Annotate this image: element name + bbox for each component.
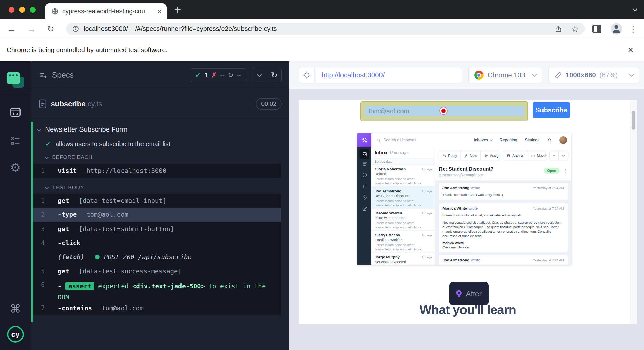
sidebar-spam-icon[interactable]: [357, 195, 371, 200]
next-email-button[interactable]: [558, 150, 568, 161]
aut-url-bar[interactable]: http://localhost:3000/: [299, 67, 462, 83]
back-button[interactable]: ←: [7, 24, 16, 34]
run-stats: ✓ 1 ✗ -- ↻ --: [190, 68, 246, 82]
command-get-success-message[interactable]: 5 get [data-test=success-message]: [33, 264, 281, 278]
email-menu-icon[interactable]: ⋮: [563, 168, 568, 173]
email-list: Inbox 12 messages Sort by date Gloria Ro…: [371, 147, 435, 265]
new-tab-button[interactable]: +: [174, 3, 181, 16]
browser-menu-icon[interactable]: ⋮: [629, 24, 637, 34]
nav-inboxes[interactable]: Inboxes: [474, 138, 492, 142]
banner-close-icon[interactable]: ×: [628, 45, 633, 55]
fetch-label: (fetch): [58, 253, 84, 261]
tab-search-chevron-icon[interactable]: [633, 8, 637, 11]
browser-tab[interactable]: cypress-realworld-testing-cou ×: [45, 3, 167, 19]
status-badge[interactable]: Open: [544, 168, 560, 174]
viewport-selector[interactable]: 1000x660 (67%): [548, 67, 639, 83]
reload-button[interactable]: ↻: [47, 25, 54, 33]
side-panel-icon[interactable]: [592, 25, 601, 33]
minimize-window-button[interactable]: [19, 7, 25, 13]
email-time: 1d ago: [422, 167, 432, 171]
command-number: 2: [33, 211, 53, 218]
message-author: Joe Armstrong: [442, 186, 469, 190]
spec-file-name: subscribe: [51, 100, 86, 108]
inboxes-chevron-icon: [490, 138, 492, 141]
email-list-item-selected[interactable]: Joe Armstrong1d ago Re: Student Discount…: [371, 187, 435, 209]
aut-scrollbar[interactable]: [630, 100, 637, 324]
email-subject: Re: Student Discount?: [375, 194, 432, 198]
page-info-icon[interactable]: [72, 25, 79, 32]
sidebar-contacts-icon[interactable]: [357, 172, 371, 178]
email-list-item[interactable]: Gloria Robertson1d ago Refund Lorem ipsu…: [371, 165, 435, 187]
rerun-tests-button[interactable]: ↻: [267, 68, 281, 82]
cypress-cy-logo[interactable]: cy: [0, 326, 31, 343]
browser-selector[interactable]: Chrome 103: [468, 67, 542, 83]
sort-by-date[interactable]: Sort by date: [371, 158, 435, 165]
message-thread: Joe Armstrong wrote Yesterday at 7:24 AM…: [435, 180, 571, 265]
before-each-section[interactable]: BEFORE EACH: [31, 152, 289, 162]
sidebar-compose-icon[interactable]: [357, 206, 371, 211]
command-type-highlighted[interactable]: 2 -type tom@aol.com: [33, 208, 281, 222]
selector-playground-icon[interactable]: [299, 67, 315, 83]
command-get-submit-button[interactable]: 3 get [data-test=submit-button]: [33, 222, 281, 236]
fetch-status: POST 200 /api/subscribe: [104, 253, 191, 261]
active-spec-indicator: [31, 122, 33, 322]
maximize-window-button[interactable]: [30, 7, 36, 13]
sidebar-flag-icon[interactable]: [357, 184, 371, 189]
command-assert[interactable]: 6 - assert expected <div.text-jade-500> …: [33, 278, 281, 301]
email-list-item[interactable]: Jerome Warren1d ago Issue with reporting…: [371, 209, 435, 231]
collapse-all-button[interactable]: [252, 68, 267, 82]
viewport-size: 1000x660: [566, 71, 596, 79]
command-fetch-route[interactable]: (fetch) POST 200 /api/subscribe: [33, 250, 281, 264]
window-controls: [9, 7, 36, 13]
subscribe-button[interactable]: Subscribe: [533, 102, 570, 118]
note-button[interactable]: Note: [460, 150, 481, 161]
command-click[interactable]: 4 -click: [33, 236, 281, 250]
test-row[interactable]: ✓ allows users to subscribe to the email…: [31, 139, 289, 149]
previous-email-button[interactable]: [550, 150, 559, 161]
sidebar-archive-icon[interactable]: [357, 161, 371, 166]
command-visit[interactable]: 1 visit http://localhost:3000: [33, 164, 281, 178]
email-list-item[interactable]: Jorge Murphy1d ago Not what I expected L…: [371, 253, 435, 265]
address-bar[interactable]: localhost:3000/__/#/specs/runner?file=cy…: [66, 23, 585, 35]
reporter-header: Specs ✓ 1 ✗ -- ↻ -- ↻: [31, 61, 289, 89]
user-avatar[interactable]: [559, 136, 567, 144]
automation-banner-text: Chrome is being controlled by automated …: [7, 46, 628, 54]
assign-button[interactable]: Assign: [480, 150, 500, 161]
detail-subject: Re: Student Discount?: [439, 166, 494, 172]
bell-icon[interactable]: [547, 138, 552, 143]
rail-keyboard-shortcuts-icon[interactable]: ⌘: [0, 303, 31, 314]
bookmark-star-icon[interactable]: ☆: [571, 25, 579, 33]
aut-viewport: tom@aol.com Subscribe: [299, 100, 637, 324]
command-number: 3: [33, 226, 53, 233]
list-count: 12 messages: [390, 151, 409, 155]
reply-button[interactable]: Reply: [439, 150, 460, 161]
email-list-item[interactable]: Gladys Mccoy1d ago Email not working Lor…: [371, 231, 435, 253]
suite-row[interactable]: Newsletter Subscribe Form: [31, 124, 289, 135]
command-get-email-input[interactable]: 1 get [data-test=email-input]: [33, 194, 281, 208]
aut-scrollbar-thumb[interactable]: [632, 111, 635, 130]
archive-button[interactable]: Archive: [503, 150, 528, 161]
rail-settings-icon[interactable]: ⚙: [0, 162, 31, 174]
profile-avatar[interactable]: [611, 23, 622, 35]
email-subject: Issue with reporting: [375, 216, 432, 220]
rail-specs-icon[interactable]: [0, 106, 31, 118]
nav-settings[interactable]: Settings: [525, 138, 539, 142]
tab-close-icon[interactable]: ×: [157, 7, 162, 15]
rail-runs-icon[interactable]: [0, 135, 31, 146]
search-input[interactable]: Search all inboxes: [383, 138, 416, 142]
sidebar-inbox-icon[interactable]: [359, 149, 369, 159]
nav-reporting[interactable]: Reporting: [500, 138, 517, 142]
move-button[interactable]: Move: [528, 150, 546, 161]
spec-file-icon: [39, 99, 47, 109]
forward-button[interactable]: →: [27, 24, 36, 34]
rail-divider: [0, 93, 31, 93]
command-method: visit: [58, 167, 77, 174]
test-body-section[interactable]: TEST BODY: [31, 183, 289, 192]
spec-file-row[interactable]: subscribe .cy.ts 00:02: [31, 89, 289, 119]
close-window-button[interactable]: [9, 7, 14, 13]
share-icon[interactable]: [555, 25, 562, 32]
command-method: -click: [58, 239, 80, 247]
assert-selector: <div.text-jade-500>: [132, 282, 205, 290]
inbox-screenshot: Search all inboxes Inboxes Reporting Set…: [357, 133, 571, 265]
specs-list-icon[interactable]: [39, 71, 48, 79]
